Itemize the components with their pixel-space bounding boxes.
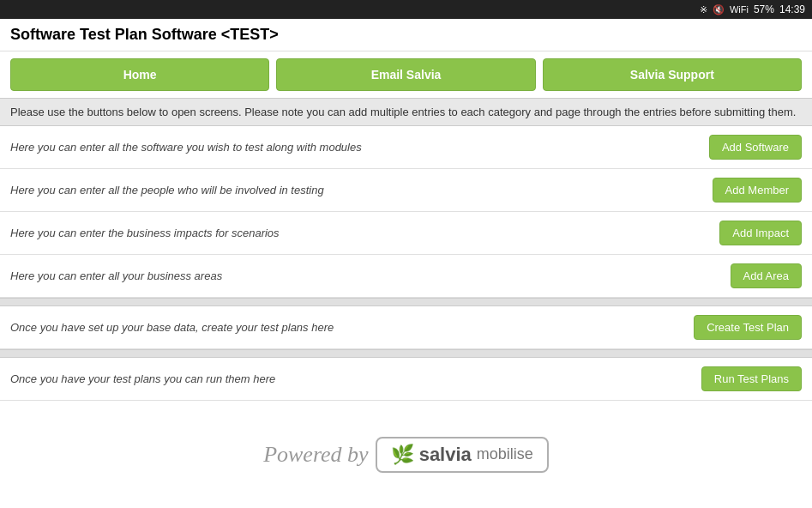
salvia-support-button[interactable]: Salvia Support	[543, 58, 802, 91]
section-divider-2	[0, 349, 812, 358]
info-banner-text: Please use the buttons below to open scr…	[10, 106, 796, 118]
wifi-icon: WiFi	[730, 4, 749, 15]
software-row: Here you can enter all the software you …	[0, 126, 812, 169]
add-software-button[interactable]: Add Software	[709, 135, 802, 160]
mobilise-brand-name: mobilise	[477, 445, 533, 463]
test-plan-row-text: Once you have set up your base data, cre…	[10, 321, 334, 334]
add-impact-button[interactable]: Add Impact	[719, 221, 802, 245]
status-bar: ※ 🔇 WiFi 57% 14:39	[0, 0, 812, 19]
mute-icon: 🔇	[713, 4, 725, 15]
run-test-row: Once you have your test plans you can ru…	[0, 358, 812, 401]
bluetooth-icon: ※	[700, 4, 707, 15]
run-test-row-text: Once you have your test plans you can ru…	[10, 372, 275, 385]
area-row-text: Here you can enter all your business are…	[10, 269, 222, 282]
add-area-button[interactable]: Add Area	[731, 263, 803, 288]
area-row: Here you can enter all your business are…	[0, 255, 812, 298]
battery-level: 57%	[754, 3, 774, 15]
clock: 14:39	[779, 3, 805, 15]
run-test-plans-button[interactable]: Run Test Plans	[701, 366, 802, 391]
member-row: Here you can enter all the people who wi…	[0, 169, 812, 212]
home-button[interactable]: Home	[10, 58, 269, 91]
salvia-brand-name: salvia	[419, 444, 472, 466]
add-member-button[interactable]: Add Member	[713, 178, 802, 203]
powered-by-text: Powered by	[263, 442, 369, 468]
main-content: Software Test Plan Software <TEST> Home …	[0, 19, 812, 508]
page-title-bar: Software Test Plan Software <TEST>	[0, 19, 812, 51]
page-title: Software Test Plan Software <TEST>	[10, 26, 802, 44]
member-row-text: Here you can enter all the people who wi…	[10, 184, 324, 197]
nav-bar: Home Email Salvia Salvia Support	[0, 51, 812, 98]
footer: Powered by 🌿 salvia mobilise	[0, 401, 812, 508]
impact-row: Here you can enter the business impacts …	[0, 212, 812, 255]
info-banner: Please use the buttons below to open scr…	[0, 98, 812, 126]
software-row-text: Here you can enter all the software you …	[10, 141, 362, 154]
section-divider-1	[0, 298, 812, 306]
salvia-logo: 🌿 salvia mobilise	[376, 437, 549, 473]
salvia-leaf-icon: 🌿	[391, 444, 414, 466]
create-test-plan-button[interactable]: Create Test Plan	[694, 315, 802, 340]
impact-row-text: Here you can enter the business impacts …	[10, 227, 280, 239]
test-plan-row: Once you have set up your base data, cre…	[0, 306, 812, 349]
email-salvia-button[interactable]: Email Salvia	[276, 58, 535, 91]
